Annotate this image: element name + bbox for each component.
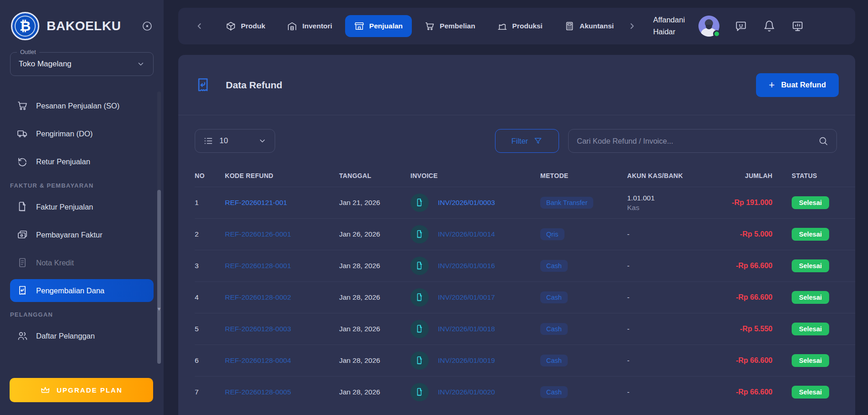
- cell-jumlah: -Rp 66.600: [712, 262, 777, 270]
- invoice-file-icon[interactable]: [410, 351, 429, 370]
- tab-pembelian[interactable]: Pembelian: [415, 15, 485, 37]
- invoice-link[interactable]: INV/2026/01/0019: [438, 356, 495, 365]
- invoice-link[interactable]: INV/2026/01/0020: [438, 388, 495, 396]
- cell-akun: -: [627, 356, 712, 365]
- tab-label: Akuntansi: [580, 22, 614, 30]
- notifications-bell-icon[interactable]: [763, 20, 775, 32]
- sidebar-item-pengembalian-dana[interactable]: Pengembalian Dana: [10, 279, 154, 302]
- search-box: [568, 129, 837, 153]
- sidebar-item-pengiriman-do[interactable]: Pengiriman (DO): [10, 122, 154, 145]
- crown-icon: [40, 385, 50, 395]
- scroll-down-arrow[interactable]: ▼: [156, 306, 162, 312]
- akun-name: Kas: [627, 204, 712, 212]
- page-size-select[interactable]: 10: [195, 129, 275, 153]
- sidebar-item-faktur-penjualan[interactable]: Faktur Penjualan: [10, 195, 154, 218]
- cell-no: 4: [195, 293, 225, 302]
- refund-code-link[interactable]: REF-20260128-0002: [225, 293, 339, 302]
- sidebar-section-label: PELANGGAN: [10, 311, 53, 318]
- refund-code-link[interactable]: REF-20260126-0001: [225, 230, 339, 238]
- column-header-akun-kas-bank: AKUN KAS/BANK: [627, 172, 712, 179]
- refund-amount: -Rp 5.000: [712, 230, 772, 238]
- table-controls: 10 Filter: [178, 115, 855, 153]
- tab-produk[interactable]: Produk: [217, 15, 274, 37]
- scrollbar-thumb[interactable]: [157, 190, 161, 364]
- sidebar-item-label: Pengiriman (DO): [36, 129, 93, 138]
- cell-tanggal: Jan 28, 2026: [339, 262, 410, 270]
- refund-receipt-icon: [195, 77, 211, 93]
- cell-status: Selesai: [777, 354, 831, 367]
- clipped-cell: I: [831, 325, 855, 333]
- column-header-status: STATUS: [777, 172, 831, 179]
- topbar-icons: [735, 20, 804, 32]
- tab-label: Penjualan: [369, 22, 403, 30]
- invoice-file-icon[interactable]: [410, 257, 429, 275]
- tab-label: Produk: [241, 22, 265, 30]
- method-badge: Cash: [540, 355, 568, 366]
- invoice-link[interactable]: INV/2026/01/0018: [438, 325, 495, 333]
- refund-code-link[interactable]: REF-20260128-0001: [225, 262, 339, 270]
- refund-code-link[interactable]: REF-20260128-0005: [225, 388, 339, 396]
- chevron-right-icon[interactable]: [623, 22, 641, 31]
- tab-akuntansi[interactable]: Akuntansi: [555, 15, 623, 37]
- circle-dot-icon[interactable]: [142, 21, 153, 32]
- table-row: 1REF-20260121-001Jan 21, 2026INV/2026/01…: [195, 187, 855, 218]
- sidebar-item-label: Nota Kredit: [36, 259, 74, 267]
- invoice-file-icon[interactable]: [410, 383, 429, 401]
- sidebar-item-pembayaran-faktur[interactable]: Pembayaran Faktur: [10, 223, 154, 246]
- cart-icon: [425, 21, 435, 31]
- page-title: Data Refund: [226, 80, 282, 91]
- buat-refund-button[interactable]: + Buat Refund: [756, 73, 839, 97]
- status-badge: Selesai: [792, 259, 829, 272]
- status-badge: Selesai: [792, 291, 829, 304]
- invoice-file-icon[interactable]: [410, 194, 429, 212]
- refund-code-link[interactable]: REF-20260128-0003: [225, 325, 339, 333]
- invoice-link[interactable]: INV/2026/01/0014: [438, 230, 495, 238]
- sidebar-section-pelanggan: PELANGGAN: [10, 311, 154, 318]
- table-row: 6REF-20260128-0004Jan 28, 2026INV/2026/0…: [195, 345, 855, 376]
- invoice-link[interactable]: INV/2026/01/0016: [438, 262, 495, 270]
- upgrade-plan-button[interactable]: UPGRADE PLAN: [10, 378, 153, 402]
- chevron-left-icon[interactable]: [190, 22, 208, 31]
- chevron-down-icon: [137, 60, 145, 68]
- invoice-file-icon[interactable]: [410, 320, 429, 338]
- brand-name: BAKOELKU: [47, 19, 134, 33]
- invoice-file-icon[interactable]: [410, 225, 429, 243]
- search-icon[interactable]: [818, 136, 828, 146]
- cell-tanggal: Jan 28, 2026: [339, 388, 410, 396]
- status-badge: Selesai: [792, 228, 829, 241]
- tab-penjualan[interactable]: Penjualan: [345, 15, 412, 37]
- cell-status: Selesai: [777, 386, 831, 399]
- tab-produksi[interactable]: Produksi: [488, 15, 552, 37]
- tab-inventori[interactable]: Inventori: [278, 15, 341, 37]
- truck-icon: [16, 128, 28, 140]
- invoice-file-icon[interactable]: [410, 288, 429, 307]
- user-avatar[interactable]: [698, 16, 719, 37]
- cell-invoice: INV/2026/01/0014: [410, 225, 540, 243]
- cell-jumlah: -Rp 66.600: [712, 388, 777, 396]
- cart-icon: [16, 100, 28, 112]
- invoice-link[interactable]: INV/2026/01/0003: [438, 199, 495, 207]
- invoice-link[interactable]: INV/2026/01/0017: [438, 293, 495, 302]
- filter-button[interactable]: Filter: [495, 129, 559, 153]
- data-refund-card: Data Refund + Buat Refund 10 Filter: [178, 55, 855, 415]
- refund-code-link[interactable]: REF-20260128-0004: [225, 356, 339, 365]
- sidebar-item-nota-kredit: Nota Kredit: [10, 251, 154, 274]
- clipped-cell: I: [831, 262, 855, 270]
- table-row: 2REF-20260126-0001Jan 26, 2026INV/2026/0…: [195, 218, 855, 250]
- cell-metode: Cash: [540, 355, 627, 366]
- column-header-tanggal: TANGGAL: [339, 172, 410, 179]
- refund-code-link[interactable]: REF-20260121-001: [225, 199, 339, 207]
- search-input[interactable]: [577, 137, 818, 146]
- cell-tanggal: Jan 28, 2026: [339, 356, 410, 365]
- display-monitor-icon[interactable]: [792, 20, 804, 32]
- cell-metode: Cash: [540, 260, 627, 272]
- outlet-select[interactable]: Outlet Toko Magelang: [10, 52, 154, 76]
- chat-icon[interactable]: [735, 20, 747, 32]
- sidebar-item-daftar-pelanggan[interactable]: Daftar Pelanggan: [10, 324, 154, 347]
- refund-amount: -Rp 66.600: [712, 262, 772, 270]
- page-size-value: 10: [219, 136, 252, 146]
- sidebar-item-retur-penjualan[interactable]: Retur Penjualan: [10, 150, 154, 173]
- cell-jumlah: -Rp 5.000: [712, 230, 777, 238]
- sidebar-item-pesanan-penjualan-so[interactable]: Pesanan Penjualan (SO): [10, 94, 154, 117]
- outlet-label: Outlet: [17, 49, 39, 55]
